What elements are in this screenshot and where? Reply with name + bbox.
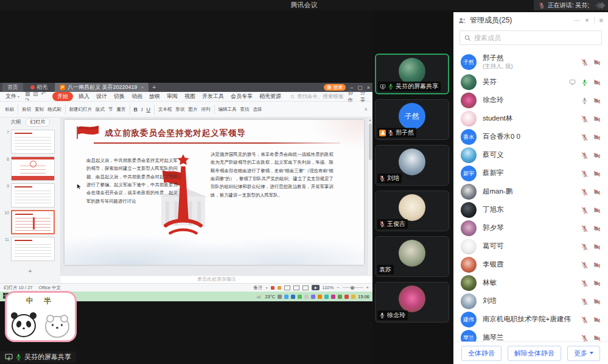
weather-icon	[256, 295, 262, 299]
layout-menu-icon[interactable]: ≡	[599, 17, 603, 24]
avatar	[461, 275, 477, 291]
camera-off-icon[interactable]	[593, 59, 601, 66]
member-row[interactable]: 子然 邢子然(主持人, 我)	[453, 51, 608, 73]
camera-off-icon[interactable]	[593, 298, 601, 305]
camera-off-icon[interactable]	[593, 134, 601, 141]
orange-tool-icon	[278, 286, 281, 290]
diamond-decor-icon	[598, 3, 604, 8]
speaking-toast-text: 正在讲话: 吴芬;	[548, 1, 589, 10]
video-tile[interactable]: 王俊吉	[375, 191, 449, 231]
member-row[interactable]: 建伟 南京机电职技术学院+唐建伟	[453, 310, 608, 329]
camera-off-icon[interactable]	[593, 97, 601, 104]
member-row[interactable]: 新宇 蔡新宇	[453, 164, 608, 183]
ribbon-find: 查找	[240, 107, 250, 113]
mic-icon[interactable]	[581, 79, 588, 86]
member-name: 超man-鹏	[483, 187, 578, 196]
member-row[interactable]: 超man-鹏	[453, 183, 608, 201]
mic-icon[interactable]	[581, 134, 588, 141]
camera-off-icon[interactable]	[593, 170, 601, 177]
mic-icon[interactable]	[581, 298, 588, 305]
member-name: 李银霞	[483, 261, 578, 269]
tile-label: 刘培	[377, 173, 402, 183]
add-slide-icon: +	[0, 267, 60, 275]
camera-off-icon[interactable]	[593, 262, 601, 268]
mic-icon[interactable]	[581, 59, 588, 66]
member-row[interactable]: 刘培	[453, 292, 608, 310]
mic-icon[interactable]	[581, 152, 588, 159]
member-name: 郭夕琴	[483, 224, 578, 233]
mic-icon[interactable]	[581, 317, 588, 323]
video-tile[interactable]: 徐念玲	[375, 282, 449, 323]
unmute-all-button[interactable]: 解除全体静音	[508, 346, 561, 361]
mic-icon[interactable]	[581, 97, 588, 104]
video-tile-share[interactable]: 吴芬的屏幕共享	[375, 54, 449, 94]
more-options-icon[interactable]: ···	[573, 17, 580, 24]
menu-docer-res: 稻壳资源	[258, 93, 282, 100]
sticker-text: 中 半	[7, 296, 75, 306]
wps-tab-document: P八一南昌起义 吴芬20220419×	[55, 83, 149, 92]
camera-off-icon[interactable]	[593, 152, 601, 159]
video-tile[interactable]: 刘培	[375, 145, 449, 186]
member-row[interactable]: 郭夕琴	[453, 219, 608, 237]
search-input[interactable]: 搜索成员	[459, 30, 602, 45]
mic-icon[interactable]	[581, 207, 588, 214]
more-button[interactable]: 更多	[567, 346, 600, 361]
member-row[interactable]: 香水 百合香水0 0	[453, 128, 608, 146]
mic-muted-icon	[539, 2, 545, 9]
mic-icon[interactable]	[581, 225, 588, 232]
menu-design: 设计	[95, 93, 108, 100]
camera-off-icon[interactable]	[593, 335, 601, 341]
system-tray: 23°C 15:06	[256, 294, 372, 299]
mic-icon	[388, 83, 394, 89]
member-row[interactable]: 林敏	[453, 274, 608, 292]
tile-label: 徐念玲	[377, 310, 408, 320]
member-name: 南京机电职技术学院+唐建伟	[483, 315, 578, 324]
mic-icon[interactable]	[581, 243, 588, 250]
mic-icon[interactable]	[581, 335, 588, 341]
member-row[interactable]: 李银霞	[453, 256, 608, 274]
avatar: 琴兰	[461, 330, 477, 341]
camera-off-icon[interactable]	[593, 225, 601, 232]
close-panel-icon[interactable]: ×	[585, 17, 589, 24]
member-row[interactable]: 吴芬	[453, 73, 608, 91]
member-name: 徐念玲	[483, 96, 578, 105]
avatar	[461, 184, 477, 200]
member-row[interactable]: 琴兰 施琴兰	[453, 329, 608, 341]
member-name: 刘培	[483, 297, 578, 306]
ribbon-copy: 复制	[35, 107, 44, 113]
host-badge-icon	[379, 130, 386, 136]
member-row[interactable]: 徐念玲	[453, 91, 608, 110]
mute-all-button[interactable]: 全体静音	[461, 346, 501, 361]
mic-icon[interactable]	[581, 116, 588, 122]
menu-view: 视图	[183, 93, 197, 100]
avatar: 新宇	[461, 166, 477, 181]
mic-icon[interactable]	[581, 262, 588, 268]
avatar: 子然	[461, 54, 477, 70]
member-row[interactable]: 丁旭东	[453, 201, 608, 219]
member-row[interactable]: 葛可可	[453, 237, 608, 256]
video-tile[interactable]: 子然 邢子然	[375, 99, 449, 140]
meeting-titlebar: 腾讯会议	[0, 0, 608, 10]
member-row[interactable]: 蔡可义	[453, 146, 608, 164]
camera-off-icon[interactable]	[593, 189, 601, 195]
mic-icon[interactable]	[581, 170, 588, 177]
mic-icon[interactable]	[581, 189, 588, 195]
camera-off-icon[interactable]	[593, 280, 601, 287]
video-tile[interactable]: 袁苏	[375, 236, 449, 277]
camera-off-icon[interactable]	[593, 317, 601, 323]
camera-off-icon[interactable]	[593, 207, 601, 214]
mic-icon[interactable]	[581, 280, 588, 287]
status-zoom-level: 110%	[323, 285, 334, 290]
menu-file: 文件▾	[4, 93, 21, 100]
avatar	[399, 194, 425, 221]
member-row[interactable]: student林	[453, 110, 608, 128]
slide-left-paragraph: 南昌起义后，中共前敌委员会坚持党对起义军的领导，探索如何建立一支新型人民军队的问…	[86, 156, 178, 205]
camera-off-icon[interactable]	[593, 79, 601, 86]
avatar	[461, 220, 477, 236]
speaking-toast: 正在讲话: 吴芬;	[534, 0, 608, 10]
zoom-slider	[343, 287, 363, 288]
member-name: 丁旭东	[483, 206, 578, 214]
camera-off-icon[interactable]	[593, 116, 601, 122]
camera-off-icon[interactable]	[593, 243, 601, 250]
ribbon-paste: 粘贴	[5, 107, 14, 113]
